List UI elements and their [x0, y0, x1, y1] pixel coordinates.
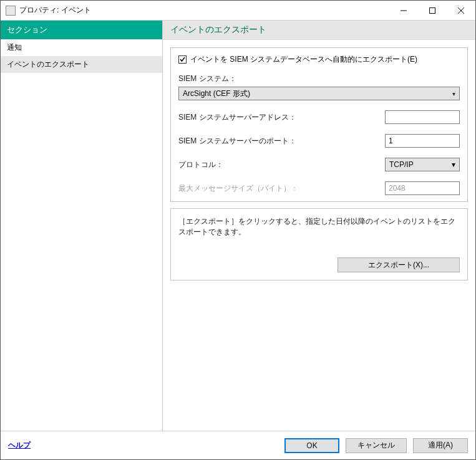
maximize-button[interactable]: [418, 1, 447, 20]
protocol-row: プロトコル： TCP/IP ▾: [178, 158, 460, 171]
checkmark-icon: [179, 56, 186, 63]
sidebar-item-label: イベントのエクスポート: [7, 60, 89, 69]
minimize-button[interactable]: [389, 1, 418, 20]
ok-button-label: OK: [306, 441, 317, 450]
chevron-down-icon: ▾: [452, 160, 455, 169]
siem-system-label: SIEM システム：: [178, 74, 460, 84]
export-button-label: エクスポート(X)...: [368, 260, 429, 271]
auto-export-row: イベントを SIEM システムデータベースへ自動的にエクスポート(E): [178, 54, 460, 65]
settings-group: イベントを SIEM システムデータベースへ自動的にエクスポート(E) SIEM…: [170, 47, 468, 202]
max-msg-label: 最大メッセージサイズ（バイト）：: [178, 183, 385, 194]
maximize-icon: [429, 7, 435, 14]
server-port-spinner[interactable]: ▲ ▼: [385, 134, 460, 148]
main-header: イベントのエクスポート: [163, 21, 475, 40]
window: プロパティ: イベント セクション 通知 イベントのエクスポート イベントのエク…: [0, 0, 476, 460]
max-msg-input: [386, 182, 475, 194]
body: セクション 通知 イベントのエクスポート イベントのエクスポート イベントを S…: [1, 21, 475, 431]
help-link[interactable]: ヘルプ: [8, 440, 278, 451]
ok-button[interactable]: OK: [284, 438, 339, 453]
sidebar-header: セクション: [1, 21, 162, 39]
server-port-row: SIEM システムサーバーのポート： ▲ ▼: [178, 134, 460, 148]
auto-export-label: イベントを SIEM システムデータベースへ自動的にエクスポート(E): [190, 54, 417, 65]
cancel-button-label: キャンセル: [357, 440, 395, 451]
export-group: ［エクスポート］をクリックすると、指定した日付以降のイベントのリストをエクスポー…: [170, 208, 468, 280]
apply-button[interactable]: 適用(A): [413, 438, 468, 453]
main: イベントのエクスポート イベントを SIEM システムデータベースへ自動的にエク…: [163, 21, 475, 431]
siem-system-select[interactable]: ArcSight (CEF 形式) ▾: [178, 87, 460, 100]
sidebar-item-label: 通知: [7, 43, 22, 52]
protocol-label: プロトコル：: [178, 160, 385, 170]
export-button[interactable]: エクスポート(X)...: [338, 257, 460, 272]
sidebar: セクション 通知 イベントのエクスポート: [1, 21, 163, 431]
server-address-label: SIEM システムサーバーアドレス：: [178, 112, 385, 123]
siem-system-value: ArcSight (CEF 形式): [183, 89, 250, 99]
close-icon: [458, 7, 464, 14]
server-port-label: SIEM システムサーバーのポート：: [178, 136, 385, 146]
sidebar-item-notification[interactable]: 通知: [1, 39, 162, 56]
chevron-down-icon: ▾: [452, 90, 455, 97]
window-title: プロパティ: イベント: [19, 5, 389, 16]
protocol-value: TCP/IP: [389, 160, 414, 169]
minimize-icon: [401, 7, 407, 14]
apply-button-label: 適用(A): [428, 440, 453, 451]
svg-rect-1: [430, 7, 435, 13]
auto-export-checkbox[interactable]: [178, 55, 187, 64]
app-icon: [6, 6, 16, 16]
server-address-row: SIEM システムサーバーアドレス：: [178, 110, 460, 124]
titlebar: プロパティ: イベント: [1, 1, 475, 21]
footer: ヘルプ OK キャンセル 適用(A): [1, 431, 475, 459]
window-controls: [389, 1, 475, 20]
main-content: イベントを SIEM システムデータベースへ自動的にエクスポート(E) SIEM…: [163, 40, 475, 431]
export-description: ［エクスポート］をクリックすると、指定した日付以降のイベントのリストをエクスポー…: [178, 216, 460, 237]
sidebar-item-event-export[interactable]: イベントのエクスポート: [1, 56, 162, 73]
protocol-select[interactable]: TCP/IP ▾: [385, 158, 460, 171]
close-button[interactable]: [447, 1, 475, 20]
server-address-input[interactable]: [385, 110, 460, 124]
max-msg-row: 最大メッセージサイズ（バイト）： ▲ ▼: [178, 181, 460, 195]
cancel-button[interactable]: キャンセル: [346, 438, 407, 453]
max-msg-spinner: ▲ ▼: [385, 181, 460, 195]
server-port-input[interactable]: [386, 135, 475, 147]
